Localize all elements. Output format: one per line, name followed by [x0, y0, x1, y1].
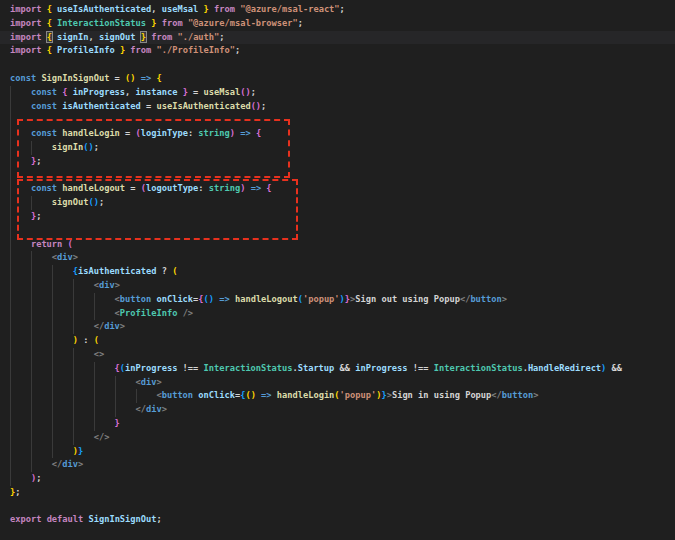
code-token: ; [219, 32, 224, 42]
code-line[interactable] [0, 169, 675, 183]
code-line[interactable]: signOut(); [0, 196, 675, 210]
code-line[interactable]: ) : ( [0, 334, 675, 348]
code-line[interactable]: <div> [0, 376, 675, 390]
code-token: => [141, 73, 151, 83]
indent-guide [10, 279, 11, 293]
code-line[interactable]: signIn(); [0, 141, 675, 155]
indent-guide [94, 362, 95, 376]
code-line[interactable]: <button onClick={() => handleLogin('popu… [0, 389, 675, 403]
code-token: { [256, 128, 261, 138]
code-token: > [533, 390, 538, 400]
code-line[interactable]: return ( [0, 238, 675, 252]
code-token: div [57, 252, 73, 262]
code-token: ; [298, 18, 303, 28]
code-line[interactable]: const handleLogout = (logoutType: string… [0, 182, 675, 196]
code-area[interactable]: import { useIsAuthenticated, useMsal } f… [0, 3, 675, 527]
code-token: () [83, 142, 93, 152]
indent-guide [115, 376, 116, 390]
indent-guide [10, 431, 11, 445]
code-line[interactable]: } [0, 417, 675, 431]
indent-guide [10, 334, 11, 348]
code-line[interactable] [0, 58, 675, 72]
code-token: import [10, 32, 41, 42]
code-line[interactable]: import { signIn, signOut } from "./auth"… [0, 31, 675, 45]
code-token: logoutType [146, 183, 198, 193]
code-line[interactable]: <button onClick={() => handleLogout('pop… [0, 293, 675, 307]
code-line[interactable]: ); [0, 472, 675, 486]
code-line[interactable]: {(inProgress !== InteractionStatus.Start… [0, 362, 675, 376]
code-token: isAuthenticated [78, 266, 156, 276]
code-token: const [31, 128, 57, 138]
code-line[interactable]: <> [0, 348, 675, 362]
code-token: { [157, 73, 162, 83]
code-token: </ [94, 321, 104, 331]
code-line[interactable]: </div> [0, 320, 675, 334]
code-token: handleLogin [62, 128, 120, 138]
indent-guide [115, 403, 116, 417]
code-token [10, 446, 73, 456]
code-line[interactable]: import { ProfileInfo } from "./ProfileIn… [0, 44, 675, 58]
code-token: const [31, 183, 57, 193]
code-line[interactable]: const { inProgress, instance } = useMsal… [0, 86, 675, 100]
code-line[interactable]: }; [0, 155, 675, 169]
indent-guide [73, 403, 74, 417]
code-line[interactable]: const isAuthenticated = useIsAuthenticat… [0, 100, 675, 114]
code-token [10, 211, 31, 221]
code-line[interactable]: </div> [0, 403, 675, 417]
code-token: = [109, 73, 125, 83]
indent-guide [31, 417, 32, 431]
code-line[interactable]: {isAuthenticated ? ( [0, 265, 675, 279]
code-line[interactable]: </div> [0, 458, 675, 472]
indent-guide [31, 251, 32, 265]
indent-guide [52, 348, 53, 362]
code-line[interactable] [0, 224, 675, 238]
code-token: import [10, 45, 41, 55]
code-line[interactable]: import { useIsAuthenticated, useMsal } f… [0, 3, 675, 17]
code-token: div [104, 321, 120, 331]
code-line[interactable]: <ProfileInfo /> [0, 307, 675, 321]
indent-guide [52, 293, 53, 307]
code-token: useIsAuthenticated [156, 101, 250, 111]
code-token: { [266, 183, 271, 193]
code-token: return [31, 239, 62, 249]
code-line[interactable]: const handleLogin = (loginType: string) … [0, 127, 675, 141]
code-token [10, 183, 31, 193]
code-token: const [31, 87, 57, 97]
code-token [41, 32, 46, 42]
code-token: button [502, 390, 533, 400]
indent-guide [31, 431, 32, 445]
code-token: } [115, 418, 120, 428]
code-line[interactable] [0, 500, 675, 514]
code-line[interactable]: }; [0, 210, 675, 224]
code-line[interactable]: <div> [0, 279, 675, 293]
code-token: > [115, 280, 120, 290]
code-line[interactable]: </> [0, 431, 675, 445]
indent-guide [10, 307, 11, 321]
code-token: && [334, 363, 355, 373]
code-token: () [251, 101, 261, 111]
code-token: SignInSignOut [41, 73, 109, 83]
code-token [10, 101, 31, 111]
code-token: from [214, 4, 235, 14]
code-line[interactable]: }; [0, 486, 675, 500]
code-editor[interactable]: import { useIsAuthenticated, useMsal } f… [0, 0, 675, 540]
code-line[interactable] [0, 113, 675, 127]
code-line[interactable]: export default SignInSignOut; [0, 513, 675, 527]
indent-guide [52, 265, 53, 279]
code-token: && [606, 363, 622, 373]
code-token: onClick [198, 390, 235, 400]
code-token: handleLogin [277, 390, 335, 400]
code-token: > [502, 294, 507, 304]
code-token: ( [94, 335, 99, 345]
code-line[interactable]: <div> [0, 251, 675, 265]
indent-guide [10, 376, 11, 390]
code-token: onClick [156, 294, 193, 304]
code-line[interactable]: )} [0, 445, 675, 459]
indent-guide [31, 307, 32, 321]
indent-guide [31, 334, 32, 348]
code-line[interactable]: import { InteractionStatus } from "@azur… [0, 17, 675, 31]
code-token: import [10, 4, 41, 14]
code-token [10, 266, 73, 276]
code-line[interactable]: const SignInSignOut = () => { [0, 72, 675, 86]
code-token: , [88, 32, 98, 42]
